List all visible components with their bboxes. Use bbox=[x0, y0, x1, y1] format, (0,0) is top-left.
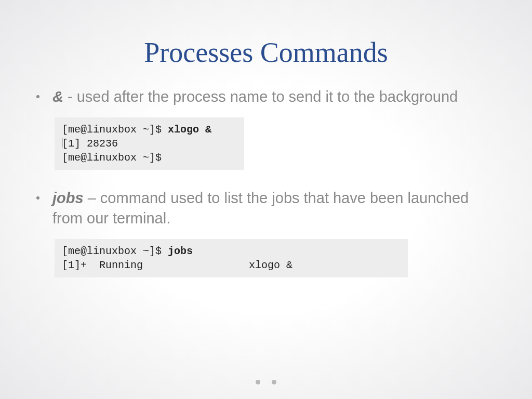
page-dot-icon[interactable] bbox=[272, 380, 276, 384]
bullet-cmd: jobs bbox=[52, 190, 84, 206]
bullet-text: & - used after the process name to send … bbox=[52, 87, 458, 107]
term-cmd: xlogo & bbox=[168, 124, 211, 136]
terminal-xlogo: [me@linuxbox ~]$ xlogo & [1] 28236 [me@l… bbox=[55, 117, 244, 170]
page-dot-icon[interactable] bbox=[256, 380, 260, 384]
terminal-jobs: [me@linuxbox ~]$ jobs [1]+ Running xlogo… bbox=[55, 239, 408, 277]
slide: Processes Commands & - used after the pr… bbox=[0, 0, 532, 399]
term-output: [1]+ Running xlogo & bbox=[62, 259, 292, 271]
bullet-ampersand: & - used after the process name to send … bbox=[31, 87, 501, 107]
bullet-desc: – command used to list the jobs that hav… bbox=[52, 190, 469, 227]
bullet-jobs: jobs – command used to list the jobs tha… bbox=[31, 188, 501, 229]
term-cmd: jobs bbox=[168, 245, 193, 257]
slide-title: Processes Commands bbox=[31, 36, 501, 69]
term-prompt: [me@linuxbox ~]$ bbox=[62, 124, 168, 136]
term-prompt: [me@linuxbox ~]$ bbox=[62, 245, 168, 257]
bullet-cmd: & bbox=[52, 88, 63, 105]
pagination-dots bbox=[0, 380, 532, 384]
bullet-text: jobs – command used to list the jobs tha… bbox=[52, 188, 501, 229]
term-output: [1] 28236 bbox=[62, 138, 118, 150]
bullet-dot-icon bbox=[36, 95, 39, 98]
bullet-dot-icon bbox=[36, 196, 39, 200]
term-prompt: [me@linuxbox ~]$ bbox=[62, 152, 162, 164]
bullet-desc: - used after the process name to send it… bbox=[63, 88, 458, 105]
